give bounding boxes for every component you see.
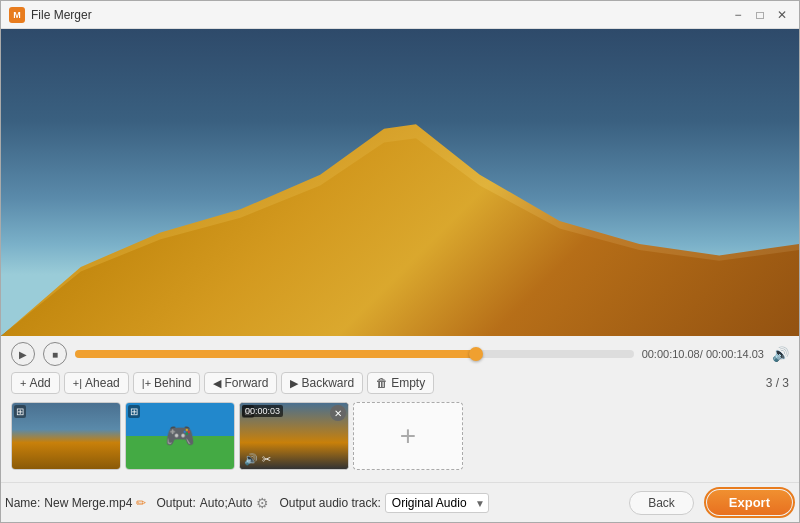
clip-controls-3: 🔊 ✂ [244, 453, 271, 466]
progress-thumb[interactable] [469, 347, 483, 361]
maximize-button[interactable]: □ [751, 6, 769, 24]
clip-thumb-3[interactable]: ⊞ 00:00:03 ✕ 🔊 ✂ [239, 402, 349, 470]
grid-icon-2: ⊞ [128, 405, 140, 418]
clip-thumbnail-mountain [12, 403, 120, 469]
empty-label: Empty [391, 376, 425, 390]
video-preview [1, 29, 799, 336]
back-button[interactable]: Back [629, 491, 694, 515]
video-frame [1, 29, 799, 336]
behind-icon: |+ [142, 377, 151, 389]
audio-section: Output audio track: Original Audio No Au… [279, 493, 488, 513]
clip-thumb-2[interactable]: 🎮 ⊞ [125, 402, 235, 470]
edit-icon[interactable]: ✏ [136, 496, 146, 510]
time-current: 00:00:10.08 [642, 348, 700, 360]
export-button[interactable]: Export [707, 490, 792, 515]
close-button[interactable]: ✕ [773, 6, 791, 24]
behind-button[interactable]: |+ Behind [133, 372, 201, 394]
forward-button[interactable]: ◀ Forward [204, 372, 277, 394]
grid-icon-1: ⊞ [14, 405, 26, 418]
settings-icon[interactable]: ⚙ [256, 495, 269, 511]
add-button[interactable]: + Add [11, 372, 60, 394]
forward-label: Forward [224, 376, 268, 390]
output-section: Output: Auto;Auto ⚙ [156, 495, 269, 511]
ahead-button[interactable]: +| Ahead [64, 372, 129, 394]
behind-label: Behind [154, 376, 191, 390]
time-display: 00:00:10.08/ 00:00:14.03 [642, 348, 764, 360]
playback-row: ▶ ■ 00:00:10.08/ 00:00:14.03 🔊 [11, 342, 789, 366]
minimize-button[interactable]: − [729, 6, 747, 24]
clip-thumbnail-mario: 🎮 [126, 403, 234, 469]
backward-icon: ▶ [290, 377, 298, 390]
clip-count: 3 / 3 [766, 376, 789, 390]
app-icon: M [9, 7, 25, 23]
ahead-label: Ahead [85, 376, 120, 390]
output-label: Output: [156, 496, 195, 510]
audio-track-label: Output audio track: [279, 496, 380, 510]
name-label: Name: [5, 496, 40, 510]
toolbar-row: + Add +| Ahead |+ Behind ◀ Forward ▶ Bac… [11, 372, 789, 394]
backward-button[interactable]: ▶ Backward [281, 372, 363, 394]
audio-track-select[interactable]: Original Audio No Audio Mixed Audio [385, 493, 489, 513]
progress-fill [75, 350, 476, 358]
output-value: Auto;Auto [200, 496, 253, 510]
clip-duration-3: 00:00:03 [242, 405, 283, 417]
trash-icon: 🗑 [376, 376, 388, 390]
audio-dropdown-wrapper: Original Audio No Audio Mixed Audio ▼ [385, 493, 489, 513]
controls-area: ▶ ■ 00:00:10.08/ 00:00:14.03 🔊 + Add +| … [1, 336, 799, 482]
add-label: Add [29, 376, 50, 390]
bottom-bar: Name: New Merge.mp4 ✏ Output: Auto;Auto … [1, 482, 799, 522]
clips-row: ⊞ 🎮 ⊞ ⊞ 00:00:03 ✕ 🔊 ✂ + [11, 400, 789, 472]
add-icon: + [20, 377, 26, 389]
empty-button[interactable]: 🗑 Empty [367, 372, 434, 394]
progress-bar[interactable] [75, 350, 634, 358]
forward-icon: ◀ [213, 377, 221, 390]
name-value: New Merge.mp4 [44, 496, 132, 510]
ahead-icon: +| [73, 377, 82, 389]
volume-icon[interactable]: 🔊 [772, 346, 789, 362]
play-button[interactable]: ▶ [11, 342, 35, 366]
window-controls: − □ ✕ [729, 6, 791, 24]
clip-thumb-1[interactable]: ⊞ [11, 402, 121, 470]
title-bar: M File Merger − □ ✕ [1, 1, 799, 29]
scissors-icon[interactable]: ✂ [262, 453, 271, 466]
clip-close-3[interactable]: ✕ [330, 405, 346, 421]
time-total: 00:00:14.03 [706, 348, 764, 360]
add-clip-button[interactable]: + [353, 402, 463, 470]
stop-button[interactable]: ■ [43, 342, 67, 366]
title-bar-left: M File Merger [9, 7, 92, 23]
window-title: File Merger [31, 8, 92, 22]
name-section: Name: New Merge.mp4 ✏ [5, 496, 146, 510]
backward-label: Backward [301, 376, 354, 390]
export-button-wrapper: Export [704, 487, 795, 518]
app-window: M File Merger − □ ✕ ▶ ■ 00:00:10.08/ 00 [0, 0, 800, 523]
audio-icon[interactable]: 🔊 [244, 453, 258, 466]
